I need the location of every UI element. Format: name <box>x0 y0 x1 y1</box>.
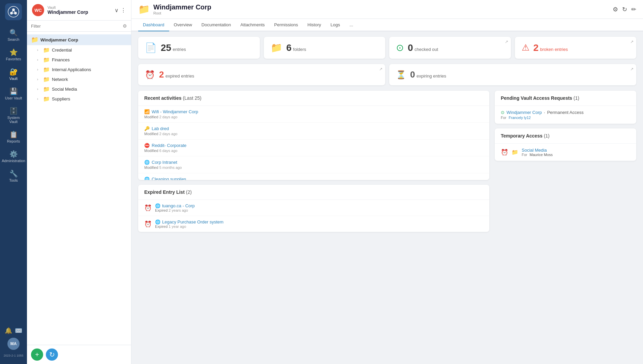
tree-suppliers-label: Suppliers <box>52 96 70 101</box>
pending-vault-name[interactable]: Windjammer Corp <box>507 110 542 115</box>
tab-more[interactable]: ... <box>345 19 358 31</box>
chevron-right-icon: › <box>37 97 41 101</box>
tab-attachments[interactable]: Attachments <box>236 19 269 31</box>
edit-icon[interactable]: ✏ <box>631 6 636 13</box>
external-link-icon4[interactable]: ↗ <box>630 67 634 71</box>
filter-input[interactable] <box>31 24 121 29</box>
list-item: 📶 Wifi - Windjammer Corp Modified 2 days… <box>138 106 489 123</box>
sidebar-item-search[interactable]: 🔍 Search <box>1 26 26 44</box>
list-item: 🔑 Lab dred Modified 2 days ago <box>138 123 489 140</box>
sidebar-item-reports[interactable]: 📋 Reports <box>1 128 26 146</box>
expired-entries-title: Expired Entry List <box>144 189 185 195</box>
add-button[interactable]: + <box>31 348 43 361</box>
temp-name[interactable]: Social Media <box>522 148 553 153</box>
recent-activities-count: (Last 25) <box>183 95 201 101</box>
external-link-icon2[interactable]: ↗ <box>630 39 634 44</box>
expired-name2[interactable]: 🌐 Legacy Purchase Order system <box>155 219 223 224</box>
more-options-icon[interactable]: ⋮ <box>121 7 126 13</box>
messages-icon[interactable]: ✉️ <box>15 327 22 334</box>
app-logo[interactable] <box>5 3 22 20</box>
user-avatar[interactable]: MA <box>7 338 20 350</box>
main-header-left: 📁 Windjammer Corp Root <box>138 3 211 15</box>
sidebar-item-vault[interactable]: 🔐 Vault <box>1 65 26 83</box>
nav-vault-label: Vault <box>9 77 18 81</box>
tree-item-internal-apps[interactable]: › 📁 Internal Applications <box>27 65 131 74</box>
main-header: 📁 Windjammer Corp Root ⚙ ↻ ✏ <box>131 0 643 19</box>
sidebar-filter: ⚙ <box>27 21 131 32</box>
activity-name[interactable]: 📶 Wifi - Windjammer Corp <box>144 109 483 114</box>
chevron-right-icon: › <box>37 87 41 91</box>
expiring-count: 0 <box>410 69 415 80</box>
stat-expired[interactable]: ⏰ 2 expired entries ↗ <box>138 64 385 85</box>
temp-info: Social Media For Maurice Moss <box>522 148 553 157</box>
expired-name[interactable]: 🌐 tuango.ca - Corp <box>155 203 195 208</box>
tab-overview[interactable]: Overview <box>169 19 197 31</box>
nav-user-vault-label: User Vault <box>5 96 22 100</box>
chevron-down-icon[interactable]: ∨ <box>115 7 119 13</box>
sidebar-item-tools[interactable]: 🔧 Tools <box>1 167 26 185</box>
tree-item-credential[interactable]: › 📁 Credential <box>27 45 131 55</box>
checked-out-label: checked out <box>415 47 438 52</box>
filter-settings-icon[interactable]: ⚙ <box>123 23 127 29</box>
sidebar: WC Vault Windjammer Corp ∨ ⋮ ⚙ 📁 Windjam… <box>27 0 131 364</box>
nav-tools-label: Tools <box>9 178 18 182</box>
checked-out-icon: ⊙ <box>396 42 404 53</box>
stats-row-1: 📄 25 entries 📁 6 folders ⊙ 0 checked out <box>138 37 636 59</box>
stat-checked-out[interactable]: ⊙ 0 checked out ↗ <box>389 37 511 59</box>
sidebar-item-system-vault[interactable]: 🗄️ System Vault <box>1 104 26 126</box>
sidebar-vault-info: Vault Windjammer Corp <box>48 5 111 15</box>
pending-access-title: Pending Vault Access Requests <box>501 95 572 101</box>
stat-folders[interactable]: 📁 6 folders <box>264 37 386 59</box>
expired-entries-count: (2) <box>186 189 192 195</box>
activity-time: Modified 2 days ago <box>144 132 483 136</box>
child-folder-icon: 📁 <box>43 47 50 53</box>
tab-logs[interactable]: Logs <box>326 19 345 31</box>
external-link-icon[interactable]: ↗ <box>505 39 508 44</box>
sidebar-item-user-vault[interactable]: 💾 User Vault <box>1 85 26 103</box>
tab-dashboard[interactable]: Dashboard <box>138 19 169 31</box>
external-link-icon3[interactable]: ↗ <box>379 67 382 71</box>
pending-user[interactable]: Francely ly12 <box>509 116 531 120</box>
folders-label: folders <box>293 47 306 52</box>
expiring-label: expiring entries <box>417 73 446 79</box>
tree-item-social-media[interactable]: › 📁 Social Media <box>27 84 131 94</box>
activity-name[interactable]: 🌐 Corp Intranet <box>144 160 483 165</box>
nav-bottom: 🔔 ✉️ MA 2023-2-1 1055 <box>4 327 24 361</box>
tree-item-network[interactable]: › 📁 Network <box>27 74 131 84</box>
folders-icon: 📁 <box>271 42 282 53</box>
temporary-access-count: (1) <box>544 133 550 139</box>
activity-name[interactable]: ⛔ Reddit- Corporate <box>144 143 483 148</box>
tab-documentation[interactable]: Documentation <box>197 19 236 31</box>
notifications-bell[interactable]: 🔔 <box>5 327 12 334</box>
site-icon: 🌐 <box>155 203 160 208</box>
tree-item-root[interactable]: 📁 Windjammer Corp <box>27 34 131 45</box>
tab-permissions[interactable]: Permissions <box>270 19 303 31</box>
stat-entries[interactable]: 📄 25 entries <box>138 37 260 59</box>
recent-activities-header: Recent activities (Last 25) <box>138 91 489 106</box>
broken-entries-area: 2 broken entries <box>533 42 568 53</box>
globe-icon3: 🌐 <box>155 219 160 224</box>
sidebar-bottom: + ↻ <box>27 345 131 364</box>
tab-history[interactable]: History <box>303 19 326 31</box>
reddit-icon: ⛔ <box>144 143 150 148</box>
activity-name[interactable]: 🌐 Cleaning supplies <box>144 177 483 180</box>
child-folder-icon: 📁 <box>43 66 50 73</box>
main-header-actions: ⚙ ↻ ✏ <box>613 6 636 13</box>
tree-item-suppliers[interactable]: › 📁 Suppliers <box>27 94 131 104</box>
vault-name: Windjammer Corp <box>48 9 111 15</box>
tree-item-finances[interactable]: › 📁 Finances <box>27 55 131 65</box>
sidebar-item-favorites[interactable]: ⭐ Favorites <box>1 46 26 64</box>
pending-access-card: Pending Vault Access Requests (1) ⊙ Wind… <box>495 91 636 124</box>
user-vault-icon: 💾 <box>9 87 18 95</box>
refresh-icon[interactable]: ↻ <box>622 6 627 13</box>
sync-button[interactable]: ↻ <box>46 348 58 361</box>
stat-expiring[interactable]: ⏳ 0 expiring entries ↗ <box>389 64 636 85</box>
recent-activities-title: Recent activities <box>144 95 182 101</box>
activity-name[interactable]: 🔑 Lab dred <box>144 126 483 131</box>
sidebar-item-administration[interactable]: ⚙️ Administration <box>1 147 26 165</box>
timestamp: 2023-2-1 1055 <box>4 354 24 357</box>
sidebar-header-icons: ∨ ⋮ <box>115 7 126 13</box>
chevron-right-icon: › <box>37 78 41 81</box>
filter-options-icon[interactable]: ⚙ <box>613 6 618 13</box>
stat-broken-entries[interactable]: ⚠ 2 broken entries ↗ <box>515 37 637 59</box>
